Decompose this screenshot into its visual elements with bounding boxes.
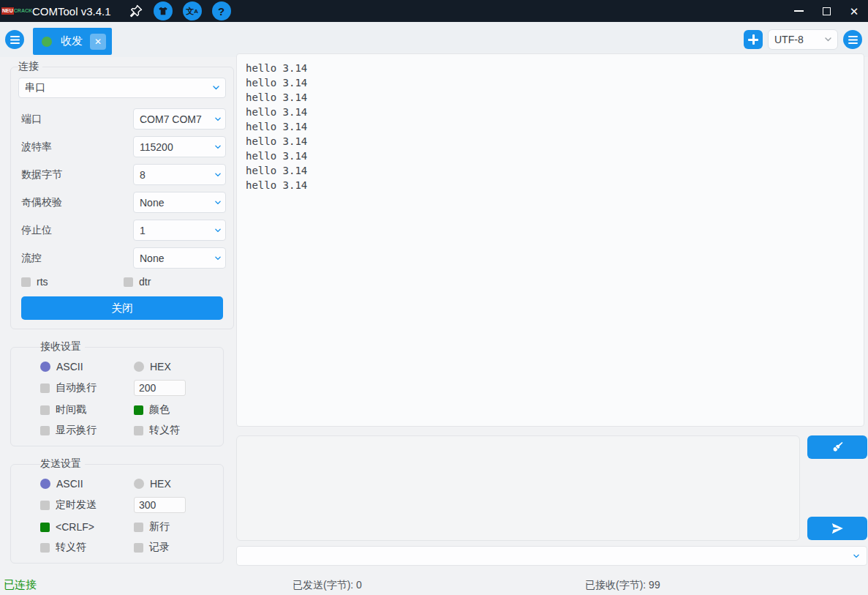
- received-bytes-value: 99: [649, 579, 660, 591]
- send-escape-label: 转义符: [56, 541, 86, 554]
- checkbox-icon: [40, 426, 50, 435]
- stopbits-select[interactable]: 1: [133, 220, 226, 241]
- flowcontrol-select[interactable]: None: [133, 247, 226, 269]
- main-menu-button[interactable]: [5, 30, 24, 49]
- send-settings-grid: ASCII HEX 定时发送 <CRLF> 新行: [40, 478, 216, 554]
- record-checkbox[interactable]: 记录: [134, 541, 216, 554]
- connection-group: 连接 串口 端口 COM7 COM7 波特率 115200 数: [10, 60, 234, 329]
- sent-bytes-status: 已发送(字节): 0: [293, 579, 362, 592]
- checkbox-icon: [134, 523, 143, 532]
- chevron-down-icon: [825, 37, 831, 42]
- parity-select[interactable]: None: [133, 192, 226, 213]
- pin-icon[interactable]: [129, 4, 143, 18]
- radio-icon: [134, 362, 144, 372]
- stopbits-value: 1: [140, 225, 146, 236]
- app-logo: NEU CRACK: [1, 4, 26, 18]
- newline-checkbox[interactable]: 新行: [134, 520, 216, 534]
- encoding-select[interactable]: UTF-8: [768, 29, 838, 50]
- databits-row: 数据字节 8: [18, 164, 226, 185]
- left-panel: 连接 串口 端口 COM7 COM7 波特率 115200 数: [6, 60, 224, 575]
- close-window-button[interactable]: ✕: [840, 0, 868, 22]
- auto-wrap-checkbox[interactable]: 自动换行: [40, 381, 134, 394]
- maximize-button[interactable]: [812, 0, 840, 22]
- receive-line: hello 3.14: [246, 134, 855, 149]
- auto-wrap-input[interactable]: [134, 380, 186, 396]
- color-checkbox[interactable]: 颜色: [134, 403, 216, 416]
- comtool-window: NEU CRACK COMTool v3.4.1 文A ? ✕: [0, 0, 868, 595]
- dtr-checkbox[interactable]: dtr: [124, 276, 226, 288]
- show-newline-checkbox[interactable]: 显示换行: [40, 424, 134, 437]
- tab-close-button[interactable]: ✕: [90, 34, 106, 50]
- checkbox-icon: [21, 277, 31, 287]
- receive-escape-checkbox[interactable]: 转义符: [134, 424, 216, 437]
- port-select[interactable]: COM7 COM7: [133, 108, 226, 130]
- receive-ascii-radio[interactable]: ASCII: [40, 361, 134, 373]
- chevron-down-icon: [215, 145, 221, 149]
- timestamp-checkbox[interactable]: 时间戳: [40, 403, 134, 416]
- radio-icon: [134, 479, 144, 489]
- parity-label: 奇偶校验: [21, 196, 62, 209]
- receive-line: hello 3.14: [246, 90, 855, 105]
- checkbox-checked-icon: [134, 405, 143, 415]
- connection-type-select[interactable]: 串口: [18, 78, 226, 98]
- send-hex-radio[interactable]: HEX: [134, 478, 216, 490]
- tab-status-dot: [42, 37, 52, 47]
- app-title: COMTool v3.4.1: [32, 5, 111, 18]
- crlf-label: <CRLF>: [56, 521, 94, 533]
- chevron-down-icon: [215, 201, 221, 205]
- flowcontrol-row: 流控 None: [18, 247, 226, 269]
- tab-send-receive[interactable]: 收发 ✕: [33, 28, 112, 55]
- received-bytes-status: 已接收(字节): 99: [585, 579, 660, 592]
- theme-tshirt-button[interactable]: [154, 1, 173, 20]
- titlebar: NEU CRACK COMTool v3.4.1 文A ? ✕: [0, 0, 868, 22]
- minimize-button[interactable]: [785, 0, 812, 22]
- databits-select[interactable]: 8: [133, 164, 226, 185]
- settings-menu-button[interactable]: [843, 30, 862, 49]
- receive-settings-legend: 接收设置: [40, 340, 85, 353]
- maximize-icon: [823, 7, 831, 15]
- baudrate-row: 波特率 115200: [18, 136, 226, 157]
- sent-bytes-value: 0: [356, 579, 362, 591]
- received-bytes-label: 已接收(字节):: [585, 579, 646, 591]
- connection-legend: 连接: [18, 60, 42, 73]
- send-history-select[interactable]: [236, 546, 867, 566]
- close-connection-button[interactable]: 关闭: [21, 296, 223, 320]
- translate-icon-sub: A: [194, 8, 198, 15]
- parity-value: None: [140, 197, 164, 209]
- translate-button[interactable]: 文A: [183, 1, 202, 20]
- send-escape-checkbox[interactable]: 转义符: [40, 541, 134, 554]
- send-settings-group: 发送设置 ASCII HEX 定时发送 <CRLF>: [10, 457, 224, 564]
- connection-type-value: 串口: [25, 81, 45, 94]
- send-input[interactable]: [236, 435, 800, 541]
- chevron-down-icon: [215, 228, 221, 233]
- sent-bytes-label: 已发送(字节):: [293, 579, 353, 591]
- receive-hex-radio[interactable]: HEX: [134, 361, 216, 373]
- send-button[interactable]: [807, 517, 867, 540]
- receive-line: hello 3.14: [246, 75, 855, 90]
- help-button[interactable]: ?: [212, 1, 231, 20]
- parity-row: 奇偶校验 None: [18, 192, 226, 213]
- logo-neu-text: NEU: [1, 7, 14, 15]
- receive-line: hello 3.14: [246, 178, 855, 192]
- crlf-checkbox[interactable]: <CRLF>: [40, 521, 134, 533]
- timed-send-label: 定时发送: [56, 498, 97, 512]
- send-ascii-radio[interactable]: ASCII: [40, 478, 134, 490]
- timed-send-input[interactable]: [134, 497, 186, 513]
- clear-button[interactable]: [807, 435, 867, 459]
- baudrate-select[interactable]: 115200: [133, 136, 226, 157]
- connection-status: 已连接: [4, 578, 37, 592]
- receive-hex-label: HEX: [150, 361, 171, 373]
- checkbox-icon: [40, 501, 50, 510]
- help-icon: ?: [218, 5, 224, 18]
- chevron-down-icon: [215, 117, 221, 121]
- dtr-label: dtr: [139, 276, 151, 288]
- receive-settings-group: 接收设置 ASCII HEX 自动换行 时间戳: [10, 340, 224, 446]
- add-tab-button[interactable]: [744, 30, 763, 49]
- receive-display[interactable]: hello 3.14 hello 3.14 hello 3.14 hello 3…: [236, 53, 864, 427]
- tabbar: 收发 ✕ UTF-8: [0, 22, 868, 57]
- rts-checkbox[interactable]: rts: [21, 276, 124, 288]
- chevron-down-icon: [215, 173, 221, 177]
- checkbox-checked-icon: [40, 523, 50, 532]
- timed-send-checkbox[interactable]: 定时发送: [40, 498, 134, 512]
- rts-label: rts: [37, 276, 48, 288]
